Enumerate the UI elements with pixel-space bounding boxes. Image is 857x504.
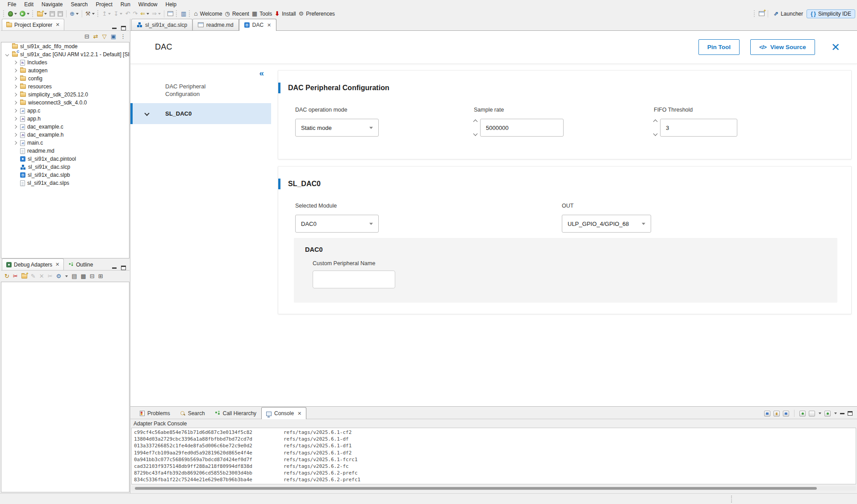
preferences-button[interactable]: ⚙Preferences xyxy=(297,10,336,18)
tab-call-hierarchy[interactable]: Call Hierarchy xyxy=(210,407,261,419)
view-source-button[interactable]: </>View Source xyxy=(750,39,815,55)
pin-console-icon[interactable] xyxy=(799,411,806,417)
tree-item[interactable]: readme.md xyxy=(1,147,129,155)
tab-search[interactable]: Search xyxy=(175,407,210,419)
tree-item[interactable]: sl_si91x_dac.slps xyxy=(1,179,129,187)
copy-icon[interactable]: ▩ xyxy=(80,273,86,279)
tree-item[interactable]: simplicity_sdk_2025.12.0 xyxy=(1,91,129,99)
chevron-right-icon[interactable] xyxy=(12,142,18,144)
nav-item-sl-dac0[interactable]: SL_DAC0 xyxy=(130,103,271,124)
tree-item[interactable]: app.h xyxy=(1,115,129,123)
redo-button[interactable]: ↷ xyxy=(131,10,139,17)
spinner-down-icon[interactable] xyxy=(473,132,478,136)
new-group-icon[interactable] xyxy=(21,274,27,279)
tree-item[interactable]: dac_example.h xyxy=(1,131,129,139)
maximize-icon[interactable] xyxy=(121,26,126,30)
view-menu-icon[interactable]: ⋮ xyxy=(120,33,126,39)
chevron-right-icon[interactable] xyxy=(12,109,18,112)
editor-tab-readme[interactable]: readme.md xyxy=(192,19,239,30)
scroll-lock-icon[interactable] xyxy=(773,411,780,417)
tree-item[interactable]: main.c xyxy=(1,139,129,147)
web-browser-button[interactable]: ⊕ xyxy=(68,10,80,17)
chevron-right-icon[interactable] xyxy=(12,133,18,136)
menu-window[interactable]: Window xyxy=(134,0,162,8)
chevron-right-icon[interactable] xyxy=(12,69,18,72)
close-icon[interactable]: ✕ xyxy=(297,411,301,417)
rename-icon[interactable]: ✎ xyxy=(31,273,36,279)
close-icon[interactable]: ✕ xyxy=(267,22,271,28)
scrollbar-thumb[interactable] xyxy=(135,487,817,490)
console-output[interactable]: c99cf4c56abe854e761b71d6d687c3e0134f5c82… xyxy=(131,428,856,484)
tree-item[interactable]: sl_si91x_dac [GNU ARM v12.2.1 - Default]… xyxy=(1,50,129,58)
run-button[interactable]: ▶ xyxy=(18,10,31,17)
recent-button[interactable]: ◷Recent xyxy=(224,10,251,18)
fifo-threshold-input[interactable] xyxy=(660,119,737,137)
tree-item[interactable]: sl_si91x_dac.slcp xyxy=(1,163,129,171)
chevron-right-icon[interactable] xyxy=(12,77,18,80)
tree-item[interactable]: autogen xyxy=(1,67,129,75)
close-icon[interactable]: ✕ xyxy=(55,22,59,28)
tree-item[interactable]: Includes xyxy=(1,58,129,67)
close-icon[interactable]: ✕ xyxy=(55,262,59,267)
tree-item[interactable]: resources xyxy=(1,83,129,91)
refresh-icon[interactable]: ↻ xyxy=(4,273,9,279)
tab-project-explorer[interactable]: Project Explorer ✕ xyxy=(2,19,64,30)
editor-tab-slcp[interactable]: sl_si91x_dac.slcp xyxy=(131,19,192,30)
minimize-icon[interactable] xyxy=(840,413,844,414)
maximize-icon[interactable] xyxy=(121,266,126,270)
update-button[interactable]: ↧ xyxy=(112,10,124,17)
link-with-editor-icon[interactable]: ⇄ xyxy=(93,33,98,39)
tree-item[interactable]: sl_si91x_adc_fifo_mode xyxy=(1,42,129,50)
packages-icon[interactable]: ▣ xyxy=(111,33,116,39)
forward-button[interactable]: ⇒ xyxy=(150,10,162,17)
new-wizard-button[interactable] xyxy=(36,10,48,17)
tab-outline[interactable]: Outline xyxy=(64,258,97,270)
spinner-down-icon[interactable] xyxy=(653,132,658,136)
open-console-icon[interactable] xyxy=(824,411,831,417)
tree-item[interactable]: sl_si91x_dac.pintool xyxy=(1,155,129,163)
close-tool-icon[interactable]: ✕ xyxy=(831,43,840,52)
menu-file[interactable]: File xyxy=(4,0,20,8)
menu-help[interactable]: Help xyxy=(162,0,181,8)
tree-item[interactable]: app.c xyxy=(1,107,129,115)
tree-item[interactable]: config xyxy=(1,75,129,83)
collapse-nav-icon[interactable]: « xyxy=(259,68,264,78)
editor-tab-dac[interactable]: ⚙ DAC ✕ xyxy=(239,19,277,31)
menu-project[interactable]: Project xyxy=(92,0,116,8)
word-wrap-icon[interactable] xyxy=(783,411,789,417)
commit-button[interactable]: ↥ xyxy=(101,10,113,17)
open-perspective-button[interactable] xyxy=(757,10,766,17)
spinner-up-icon[interactable] xyxy=(473,120,478,124)
custom-peripheral-name-input[interactable] xyxy=(313,271,395,288)
minimize-icon[interactable] xyxy=(112,267,117,269)
chevron-right-icon[interactable] xyxy=(12,101,18,104)
back-button[interactable]: ⇐ xyxy=(139,10,150,17)
maximize-icon[interactable] xyxy=(848,411,853,416)
out-pin-select[interactable]: ULP_GPIO_4/GPIO_68 xyxy=(562,215,651,233)
collapse-all-icon[interactable]: ⊟ xyxy=(90,273,95,279)
disconnect-icon[interactable]: ✂ xyxy=(13,273,18,279)
nav-item-peripheral-configuration[interactable]: DAC Peripheral Configuration xyxy=(130,77,233,103)
minimize-icon[interactable] xyxy=(112,28,117,29)
tab-console[interactable]: Console✕ xyxy=(261,407,306,419)
perspective-launcher[interactable]: ⇗Launcher xyxy=(770,10,807,18)
install-button[interactable]: ⬇Install xyxy=(273,10,297,18)
collapse-all-icon[interactable]: ⊟ xyxy=(84,33,89,39)
horizontal-scrollbar[interactable] xyxy=(131,486,856,491)
debug-button[interactable] xyxy=(7,10,18,17)
table-columns-icon[interactable]: ▤ xyxy=(71,273,77,279)
pin-tool-button[interactable]: Pin Tool xyxy=(698,39,740,55)
menu-navigate[interactable]: Navigate xyxy=(38,0,67,8)
welcome-button[interactable]: ⌂Welcome xyxy=(192,10,223,18)
menu-search[interactable]: Search xyxy=(67,0,92,8)
chevron-right-icon[interactable] xyxy=(12,85,18,88)
perspective-simplicity-ide[interactable]: { }Simplicity IDE xyxy=(807,9,855,18)
chevron-right-icon[interactable] xyxy=(12,93,18,96)
save-button[interactable] xyxy=(48,10,56,17)
filter-icon[interactable]: ▽ xyxy=(102,33,107,39)
chevron-right-icon[interactable] xyxy=(12,117,18,120)
tree-item[interactable]: wiseconnect3_sdk_4.0.0 xyxy=(1,99,129,107)
sample-rate-input[interactable] xyxy=(480,119,564,137)
tree-item[interactable]: ⚙sl_si91x_dac.slpb xyxy=(1,171,129,179)
menu-run[interactable]: Run xyxy=(117,0,134,8)
